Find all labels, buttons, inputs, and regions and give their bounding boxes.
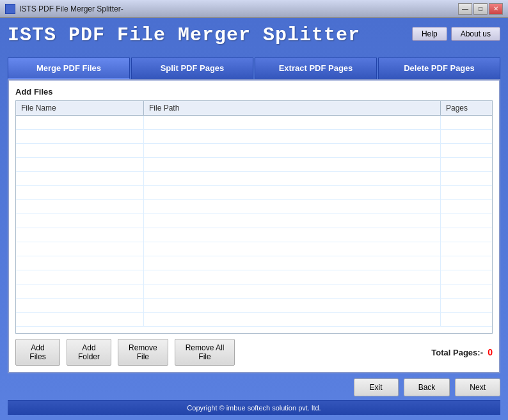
table-row bbox=[16, 144, 492, 158]
help-button[interactable]: Help bbox=[412, 27, 447, 41]
title-bar-buttons: — □ ✕ bbox=[458, 3, 503, 15]
nav-tabs: Merge PDF Files Split PDF Pages Extract … bbox=[8, 58, 500, 79]
maximize-button[interactable]: □ bbox=[473, 3, 488, 15]
table-row bbox=[16, 313, 492, 327]
copyright-text: Copyright © imbue softech solution pvt. … bbox=[187, 404, 321, 412]
tab-delete[interactable]: Delete PDF Pages bbox=[378, 58, 500, 79]
app-icon bbox=[5, 4, 15, 14]
back-button[interactable]: Back bbox=[404, 378, 450, 396]
col-header-pages: Pages bbox=[441, 101, 492, 115]
about-button[interactable]: About us bbox=[451, 27, 500, 41]
table-header: File Name File Path Pages bbox=[16, 101, 492, 116]
table-row bbox=[16, 200, 492, 214]
remove-file-button[interactable]: Remove File bbox=[118, 339, 168, 366]
total-pages-value: 0 bbox=[488, 347, 493, 357]
app-header-row: ISTS PDF File Merger Splitter Help About… bbox=[8, 24, 500, 52]
minimize-button[interactable]: — bbox=[458, 3, 472, 15]
close-button[interactable]: ✕ bbox=[489, 3, 503, 15]
table-row bbox=[16, 256, 492, 270]
table-row bbox=[16, 130, 492, 144]
table-row bbox=[16, 172, 492, 186]
add-files-button[interactable]: Add Files bbox=[15, 339, 60, 366]
main-panel: Add Files File Name File Path Pages bbox=[8, 79, 500, 373]
table-row bbox=[16, 116, 492, 130]
app-body: ISTS PDF File Merger Splitter Help About… bbox=[0, 18, 508, 420]
section-title: Add Files bbox=[15, 87, 493, 97]
col-header-filepath: File Path bbox=[144, 101, 441, 115]
add-folder-button[interactable]: Add Folder bbox=[67, 339, 111, 366]
footer-buttons: Exit Back Next bbox=[8, 378, 500, 396]
table-row bbox=[16, 284, 492, 299]
tab-split[interactable]: Split PDF Pages bbox=[131, 58, 253, 79]
tab-merge[interactable]: Merge PDF Files bbox=[8, 58, 130, 79]
title-bar: ISTS PDF File Merger Splitter- — □ ✕ bbox=[0, 0, 508, 18]
next-button[interactable]: Next bbox=[455, 378, 500, 396]
table-row bbox=[16, 186, 492, 200]
copyright-bar: Copyright © imbue softech solution pvt. … bbox=[8, 400, 500, 415]
table-row bbox=[16, 214, 492, 228]
table-row bbox=[16, 299, 492, 313]
remove-all-button[interactable]: Remove All File bbox=[175, 339, 235, 366]
bottom-controls: Add Files Add Folder Remove File Remove … bbox=[15, 339, 493, 366]
title-bar-text: ISTS PDF File Merger Splitter- bbox=[19, 4, 458, 13]
table-row bbox=[16, 158, 492, 172]
exit-button[interactable]: Exit bbox=[354, 378, 399, 396]
table-row bbox=[16, 270, 492, 284]
tab-extract[interactable]: Extract PDF Pages bbox=[255, 58, 377, 79]
total-pages-label: Total Pages:- bbox=[431, 348, 483, 357]
file-table: File Name File Path Pages bbox=[15, 100, 493, 334]
total-pages-display: Total Pages:- 0 bbox=[431, 347, 493, 357]
table-body bbox=[16, 116, 492, 333]
app-title: ISTS PDF File Merger Splitter bbox=[8, 24, 360, 46]
table-row bbox=[16, 228, 492, 242]
col-header-filename: File Name bbox=[16, 101, 144, 115]
table-row bbox=[16, 242, 492, 256]
